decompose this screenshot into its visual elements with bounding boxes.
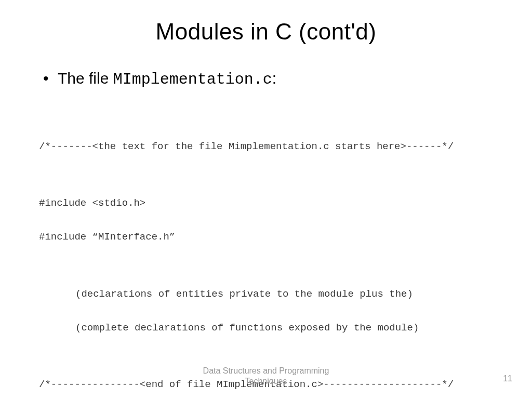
bullet-text-prefix: The file (58, 70, 113, 87)
code-block: /*-------<the text for the file Mimpleme… (39, 118, 493, 399)
slide-container: Modules in C (cont'd) The file MImplemen… (0, 0, 532, 399)
footer-line-2: Techniques (245, 377, 287, 385)
footer: Data Structures and Programming Techniqu… (0, 366, 532, 387)
footer-text: Data Structures and Programming Techniqu… (203, 366, 329, 387)
slide-title: Modules in C (cont'd) (39, 19, 493, 45)
bullet-list: The file MImplementation.c: (39, 70, 493, 88)
code-line: #include <stdio.h> (39, 198, 493, 209)
bullet-filename: MImplementation.c (113, 71, 272, 88)
code-line: #include “MInterface.h” (39, 232, 493, 243)
bullet-text-suffix: : (272, 70, 276, 87)
footer-line-1: Data Structures and Programming (203, 366, 329, 375)
code-line: (declarations of entities private to the… (39, 289, 493, 300)
code-line: (complete declarations of functions expo… (39, 323, 493, 334)
code-line: /*-------<the text for the file Mimpleme… (39, 141, 493, 153)
bullet-item: The file MImplementation.c: (43, 70, 493, 88)
page-number: 11 (503, 374, 512, 383)
